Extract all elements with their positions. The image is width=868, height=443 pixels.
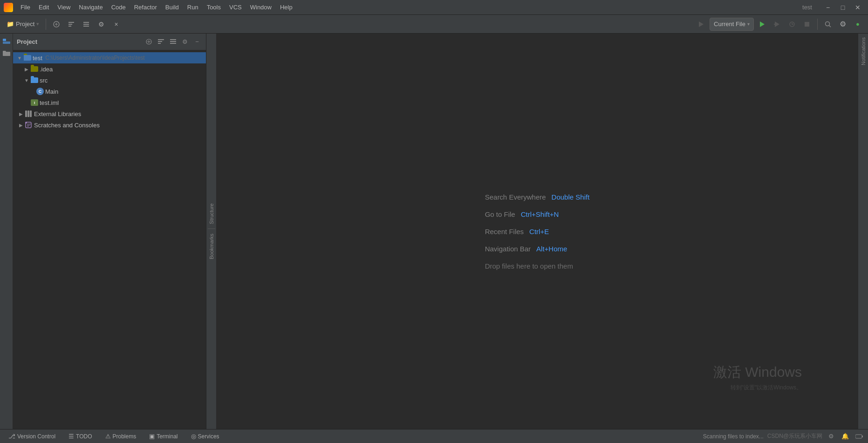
project-strip-icon[interactable] <box>1 35 12 47</box>
status-notification-button[interactable]: 🔔 <box>840 431 850 442</box>
project-panel-title: Project <box>17 38 142 45</box>
menu-item-edit[interactable]: Edit <box>35 3 53 12</box>
menu-item-code[interactable]: Code <box>108 3 130 12</box>
services-tab[interactable]: ◎ Services <box>186 430 224 443</box>
menu-item-tools[interactable]: Tools <box>203 3 225 12</box>
close-button[interactable]: ✕ <box>851 2 864 13</box>
app-logo-icon <box>4 3 13 12</box>
status-bar: ⎇ Version Control ☰ TODO ⚠ Problems ▣ Te… <box>0 429 868 443</box>
locate-file-button[interactable] <box>50 18 63 31</box>
search-everywhere-text: Search Everywhere <box>485 193 546 201</box>
version-control-tab[interactable]: ⎇ Version Control <box>4 430 60 443</box>
main-area: Project ⚙ − ▼ test C:\Users\Administrato <box>0 34 868 429</box>
tree-root-item[interactable]: ▼ test C:\Users\Administrator\IdeaProjec… <box>13 52 206 63</box>
svg-rect-37 <box>862 436 863 437</box>
main-java-icon: C <box>36 88 44 95</box>
tree-item-idea[interactable]: ▶ .idea <box>13 63 206 75</box>
scratches-expand-arrow: ▶ <box>18 122 24 128</box>
svg-rect-8 <box>83 26 89 27</box>
folder-icon: 📁 <box>7 21 14 28</box>
todo-tab[interactable]: ☰ TODO <box>64 430 96 443</box>
toolbar-separator-2 <box>817 19 818 30</box>
stop-button[interactable] <box>800 18 813 31</box>
tree-item-main[interactable]: C Main <box>13 86 206 97</box>
updates-button[interactable]: ● <box>851 18 864 31</box>
menu-item-run[interactable]: Run <box>184 3 202 12</box>
profile-button[interactable] <box>786 18 799 31</box>
tree-item-scratches[interactable]: ▶ Scratches and Consoles <box>13 119 206 131</box>
panel-expand-icon <box>170 39 176 45</box>
current-file-dropdown[interactable]: Current File ▾ <box>710 18 754 31</box>
folder-strip-icon[interactable] <box>1 48 12 59</box>
recent-files-shortcut: Ctrl+E <box>529 228 549 235</box>
tree-item-test-iml[interactable]: I test.iml <box>13 97 206 108</box>
project-panel-toggle[interactable]: 📁 Project ▾ <box>4 20 42 28</box>
svg-rect-29 <box>27 111 29 117</box>
root-label: test <box>33 55 42 62</box>
notifications-tab[interactable]: Notifications <box>860 34 867 69</box>
panel-collapse-button[interactable] <box>156 37 166 47</box>
search-icon <box>824 21 832 28</box>
bookmarks-tab[interactable]: Bookmarks <box>207 231 216 262</box>
panel-minimize-button[interactable]: − <box>192 37 202 47</box>
menu-item-navigate[interactable]: Navigate <box>75 3 106 12</box>
svg-rect-26 <box>170 41 176 42</box>
panel-close-button[interactable]: × <box>109 18 123 31</box>
toolbar-separator-1 <box>46 19 46 30</box>
menu-item-build[interactable]: Build <box>162 3 183 12</box>
tab-separator <box>208 228 215 229</box>
run-button[interactable] <box>695 18 708 31</box>
svg-rect-28 <box>25 111 27 117</box>
collapse-all-button[interactable] <box>65 18 78 31</box>
status-right: Scanning files to index... CSDN@乐玩系小车网 ⚙… <box>703 431 864 442</box>
status-memory-button[interactable] <box>854 431 864 442</box>
terminal-tab[interactable]: ▣ Terminal <box>144 430 182 443</box>
svg-rect-36 <box>855 435 862 438</box>
run-toolbar: Current File ▾ ⚙ ● <box>695 18 864 31</box>
svg-rect-23 <box>158 41 162 42</box>
run-icon <box>697 21 705 28</box>
todo-icon: ☰ <box>68 433 74 440</box>
window-controls: − □ ✕ <box>821 2 864 13</box>
panel-options-button[interactable]: ⚙ <box>180 37 190 47</box>
menu-item-help[interactable]: Help <box>276 3 296 12</box>
tree-item-external-libs[interactable]: ▶ External Libraries <box>13 108 206 119</box>
panel-locate-button[interactable] <box>144 37 154 47</box>
menu-item-file[interactable]: File <box>17 3 34 12</box>
scratches-label: Scratches and Consoles <box>34 122 100 129</box>
expand-button[interactable] <box>80 18 93 31</box>
maximize-button[interactable]: □ <box>836 2 849 13</box>
menu-item-window[interactable]: Window <box>246 3 275 12</box>
welcome-line-drop: Drop files here to open them <box>485 262 590 270</box>
run-play-button[interactable] <box>756 18 769 31</box>
windows-activation-text: 激活 Windows <box>713 363 802 382</box>
tree-item-src[interactable]: ▼ src <box>13 75 206 86</box>
debug-button[interactable] <box>771 18 784 31</box>
memory-icon <box>855 434 863 439</box>
panel-expand-button[interactable] <box>168 37 178 47</box>
menu-item-view[interactable]: View <box>54 3 74 12</box>
svg-rect-6 <box>83 22 89 23</box>
menu-item-refactor[interactable]: Refactor <box>130 3 161 12</box>
panel-settings-button[interactable]: ⚙ <box>95 18 108 31</box>
welcome-line-search: Search Everywhere Double Shift <box>485 193 590 201</box>
expand-icon <box>83 21 89 28</box>
ext-lib-icon <box>25 110 33 118</box>
left-strip <box>0 34 13 429</box>
problems-tab[interactable]: ⚠ Problems <box>101 430 141 443</box>
svg-rect-30 <box>30 111 32 117</box>
structure-tab[interactable]: Structure <box>207 201 216 227</box>
svg-rect-5 <box>68 26 71 27</box>
svg-rect-18 <box>3 42 10 44</box>
status-settings-button[interactable]: ⚙ <box>826 431 836 442</box>
services-icon: ◎ <box>191 433 196 440</box>
svg-rect-22 <box>158 39 164 40</box>
minimize-button[interactable]: − <box>821 2 834 13</box>
goto-file-shortcut: Ctrl+Shift+N <box>521 210 559 218</box>
menu-item-vcs[interactable]: VCS <box>226 3 246 12</box>
collapse-icon <box>68 21 75 28</box>
root-expand-arrow: ▼ <box>17 55 22 61</box>
ide-settings-button[interactable]: ⚙ <box>836 18 849 31</box>
idea-label: .idea <box>40 66 53 73</box>
search-everywhere-button[interactable] <box>821 18 834 31</box>
